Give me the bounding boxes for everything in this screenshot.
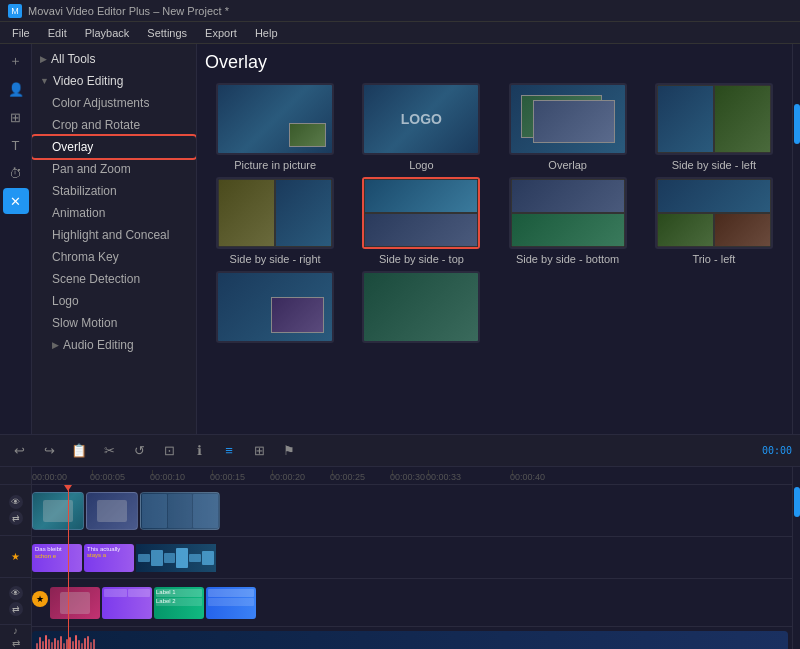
sidebar-plus-icon[interactable]: ＋ [3, 48, 29, 74]
partial1-visual [218, 273, 332, 341]
all-tools-item[interactable]: ▶ All Tools [32, 48, 196, 70]
right-scrollbar[interactable] [792, 44, 800, 434]
slow-motion-item[interactable]: Slow Motion [32, 312, 196, 334]
video-clip-1[interactable] [32, 492, 84, 530]
menu-file[interactable]: File [4, 25, 38, 41]
timeline-scrollbar-thumb[interactable] [794, 487, 800, 517]
overlay-item-trio-left[interactable]: Trio - left [644, 177, 784, 265]
video-editing-item[interactable]: ▼ Video Editing [32, 70, 196, 92]
menu-export[interactable]: Export [197, 25, 245, 41]
scrollbar-thumb[interactable] [794, 104, 800, 144]
waveform-visual [136, 544, 216, 572]
logo-label: Logo [52, 294, 79, 308]
crop-button[interactable]: ⊡ [158, 440, 180, 462]
side-bottom-half1 [511, 179, 625, 213]
logo-item[interactable]: Logo [32, 290, 196, 312]
audio-track-row [32, 627, 792, 649]
overlay-item-side-left[interactable]: Side by side - left [644, 83, 784, 171]
overlay-thumb-side-left [655, 83, 773, 155]
overlay-item-side-bottom[interactable]: Side by side - bottom [498, 177, 638, 265]
trio-bottom-right [714, 213, 771, 247]
sidebar-text-icon[interactable]: T [3, 132, 29, 158]
sidebar-grid-icon[interactable]: ⊞ [3, 104, 29, 130]
video-clip-3[interactable] [140, 492, 220, 530]
sidebar-clock-icon[interactable]: ⏱ [3, 160, 29, 186]
menu-help[interactable]: Help [247, 25, 286, 41]
ruler-label-8: 00:00:40 [510, 472, 545, 482]
overlay-clip-1[interactable] [50, 587, 100, 619]
overlay-clip-2[interactable] [102, 587, 152, 619]
subtitle-clip-1[interactable]: Das bleibt schon e [32, 544, 82, 572]
content-area: Overlay Picture in picture Logo Overla [197, 44, 792, 434]
overlay-item-overlap[interactable]: Overlap [498, 83, 638, 171]
trio-bottom-left [657, 213, 714, 247]
animation-item[interactable]: Animation [32, 202, 196, 224]
overlay-thumb-logo [362, 83, 480, 155]
crop-rotate-item[interactable]: Crop and Rotate [32, 114, 196, 136]
subtitle-clip-2[interactable]: This actually stays a [84, 544, 134, 572]
rotate-ccw-button[interactable]: ↺ [128, 440, 150, 462]
list-button[interactable]: ≡ [218, 440, 240, 462]
track1-lock-btn[interactable]: ⇄ [9, 511, 23, 525]
audio-editing-item[interactable]: ▶ Audio Editing [32, 334, 196, 356]
star-badge: ★ [32, 591, 48, 607]
ruler-label-2: 00:00:10 [150, 472, 185, 482]
overlay-item-pip[interactable]: Picture in picture [205, 83, 345, 171]
pan-zoom-item[interactable]: Pan and Zoom [32, 158, 196, 180]
stabilization-item[interactable]: Stabilization [32, 180, 196, 202]
ruler-label-4: 00:00:20 [270, 472, 305, 482]
overlay-clip-4[interactable] [206, 587, 256, 619]
track3-eye-btn[interactable]: 👁 [9, 586, 23, 600]
stabilization-label: Stabilization [52, 184, 117, 198]
side-left-half2 [714, 85, 771, 153]
menu-playback[interactable]: Playback [77, 25, 138, 41]
overlay-item-logo[interactable]: Logo [351, 83, 491, 171]
video-clip-2[interactable] [86, 492, 138, 530]
overlay-label-pip: Picture in picture [234, 159, 316, 171]
redo-button[interactable]: ↪ [38, 440, 60, 462]
ruler-label-5: 00:00:25 [330, 472, 365, 482]
menu-edit[interactable]: Edit [40, 25, 75, 41]
track1-eye-btn[interactable]: 👁 [9, 495, 23, 509]
overlay-label-overlap: Overlap [548, 159, 587, 171]
audio-clip[interactable] [32, 631, 788, 649]
info-button[interactable]: ℹ [188, 440, 210, 462]
main-layout: ＋ 👤 ⊞ T ⏱ ✕ ▶ All Tools ▼ Video Editing … [0, 44, 800, 434]
undo-button[interactable]: ↩ [8, 440, 30, 462]
animation-label: Animation [52, 206, 105, 220]
overlay-thumb-partial2 [362, 271, 480, 343]
scene-detection-item[interactable]: Scene Detection [32, 268, 196, 290]
audio-music-icon[interactable]: ♪ [13, 625, 18, 636]
highlight-conceal-item[interactable]: Highlight and Conceal [32, 224, 196, 246]
overlay-item-side-right[interactable]: Side by side - right [205, 177, 345, 265]
audio-editing-arrow: ▶ [52, 340, 59, 350]
menu-settings[interactable]: Settings [139, 25, 195, 41]
overlay-thumb-partial1 [216, 271, 334, 343]
overlay-item-partial1[interactable] [205, 271, 345, 347]
audio-editing-label: Audio Editing [63, 338, 134, 352]
overlay-item-partial2[interactable] [351, 271, 491, 347]
trio-top [657, 179, 771, 213]
subtitle-track: Das bleibt schon e This actually stays a [32, 537, 792, 579]
subtitle-clip-3[interactable] [136, 544, 216, 572]
overlay-clip-3[interactable]: Label 1 Label 2 [154, 587, 204, 619]
overlay-item[interactable]: Overlay [32, 136, 196, 158]
timeline-scrollbar[interactable] [792, 467, 800, 649]
track2-star-btn[interactable]: ★ [11, 551, 20, 562]
chroma-key-item[interactable]: Chroma Key [32, 246, 196, 268]
copy-button[interactable]: 📋 [68, 440, 90, 462]
cut-button[interactable]: ✂ [98, 440, 120, 462]
scene-detection-label: Scene Detection [52, 272, 140, 286]
overlay-item-side-top[interactable]: Side by side - top [351, 177, 491, 265]
side-left-visual [657, 85, 771, 153]
menu-bar: File Edit Playback Settings Export Help [0, 22, 800, 44]
sidebar-person-icon[interactable]: 👤 [3, 76, 29, 102]
track3-lock-btn[interactable]: ⇄ [9, 602, 23, 616]
flag-button[interactable]: ⚑ [278, 440, 300, 462]
sidebar-tools-icon[interactable]: ✕ [3, 188, 29, 214]
overlay-toolbar-icon[interactable]: ⊞ [248, 440, 270, 462]
timeline-scrollbar-track [793, 467, 800, 649]
audio-expand-btn[interactable]: ⇄ [12, 638, 20, 649]
color-adjustments-item[interactable]: Color Adjustments [32, 92, 196, 114]
chroma-key-label: Chroma Key [52, 250, 119, 264]
